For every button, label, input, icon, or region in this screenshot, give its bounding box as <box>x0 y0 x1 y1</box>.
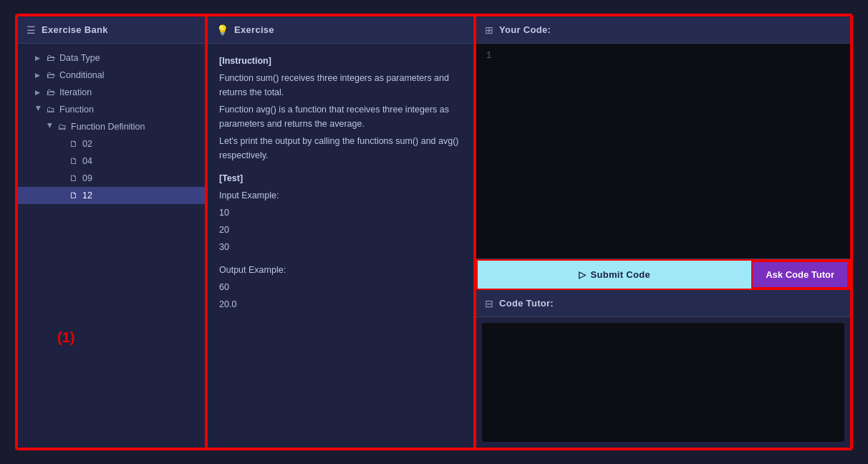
output-value-1: 60 <box>219 280 462 294</box>
code-tutor-content <box>482 323 844 442</box>
sidebar-item-label-02: 02 <box>82 139 92 149</box>
sidebar-item-label-conditional: Conditional <box>59 70 105 80</box>
folder-icon-iteration: 🗁 <box>47 87 55 97</box>
right-panel: ⊞ Your Code: 1 ▷ Submit Code Ask Code Tu… <box>475 15 852 449</box>
arrow-icon-conditional: ▶ <box>35 72 42 79</box>
file-icon-02: 🗋 <box>69 139 78 149</box>
your-code-header: ⊞ Your Code: <box>476 16 850 44</box>
sidebar-item-label-09: 09 <box>82 173 92 183</box>
exercise-content: [Instruction] Function sum() receives th… <box>208 44 473 448</box>
folder-open-icon-function: 🗂 <box>47 105 55 115</box>
app-container: ☰ Exercise Bank ▶ 🗁 Data Type ▶ 🗁 Condit… <box>15 14 853 450</box>
sidebar-item-iteration[interactable]: ▶ 🗁 Iteration <box>18 84 205 101</box>
sidebar-item-04[interactable]: ▶ 🗋 04 <box>18 153 205 170</box>
input-value-2: 20 <box>219 223 462 237</box>
exercise-icon: 💡 <box>216 24 228 36</box>
sidebar-item-data-type[interactable]: ▶ 🗁 Data Type <box>18 49 205 67</box>
sidebar-item-conditional[interactable]: ▶ 🗁 Conditional <box>18 67 205 84</box>
test-label: [Test] <box>219 171 462 185</box>
file-icon-09: 🗋 <box>69 173 78 183</box>
folder-icon-data-type: 🗁 <box>47 53 55 63</box>
sidebar-item-function[interactable]: ▶ 🗂 Function <box>18 101 205 118</box>
sidebar-item-02[interactable]: ▶ 🗋 02 <box>18 135 205 153</box>
arrow-icon-data-type: ▶ <box>35 54 42 62</box>
exercise-title: Exercise <box>234 24 274 35</box>
list-icon: ☰ <box>26 24 36 36</box>
sidebar-item-label-data-type: Data Type <box>59 53 100 63</box>
instruction-line-3: Let's print the output by calling the fu… <box>219 134 462 163</box>
your-code-title: Your Code: <box>499 24 551 35</box>
code-tutor-title: Code Tutor: <box>499 298 554 309</box>
sidebar-item-label-12: 12 <box>82 190 92 200</box>
exercise-header: 💡 Exercise <box>208 16 473 44</box>
exercise-bank-panel: ☰ Exercise Bank ▶ 🗁 Data Type ▶ 🗁 Condit… <box>16 15 206 449</box>
your-code-panel: ⊞ Your Code: 1 <box>476 16 850 259</box>
sidebar-item-label-function: Function <box>59 105 94 115</box>
code-header-icon: ⊞ <box>485 24 493 36</box>
instruction-line-1: Function sum() receives three integers a… <box>219 71 462 100</box>
tutor-icon: ⊟ <box>485 298 493 309</box>
folder-open-icon-function-definition: 🗂 <box>58 122 67 132</box>
submit-icon: ▷ <box>579 269 586 280</box>
submit-code-button[interactable]: ▷ Submit Code <box>478 261 751 289</box>
code-tutor-header: ⊟ Code Tutor: <box>476 290 850 317</box>
exercise-tree: ▶ 🗁 Data Type ▶ 🗁 Conditional ▶ 🗁 Iterat… <box>18 44 205 448</box>
file-icon-04: 🗋 <box>69 156 78 166</box>
line-number-1: 1 <box>486 51 491 61</box>
input-value-1: 10 <box>219 206 462 220</box>
exercise-bank-header: ☰ Exercise Bank <box>18 16 205 44</box>
ask-code-tutor-button[interactable]: Ask Code Tutor <box>751 261 849 289</box>
file-icon-12: 🗋 <box>69 190 78 200</box>
code-tutor-panel: ⊟ Code Tutor: <box>476 290 850 448</box>
code-line-1: 1 <box>486 51 840 61</box>
code-editor[interactable]: 1 <box>476 44 850 258</box>
instruction-label: [Instruction] <box>219 54 462 68</box>
instruction-line-2: Function avg() is a function that receiv… <box>219 102 462 131</box>
arrow-icon-iteration: ▶ <box>35 89 42 96</box>
exercise-panel: 💡 Exercise [Instruction] Function sum() … <box>206 15 475 449</box>
arrow-icon-function: ▶ <box>35 106 42 113</box>
sidebar-item-label-function-definition: Function Definition <box>71 122 145 132</box>
folder-icon-conditional: 🗁 <box>47 70 55 80</box>
action-row: ▷ Submit Code Ask Code Tutor <box>476 259 850 290</box>
sidebar-item-12[interactable]: ▶ 🗋 12 <box>18 187 205 204</box>
input-example-label: Input Example: <box>219 188 462 203</box>
input-value-3: 30 <box>219 240 462 254</box>
output-value-2: 20.0 <box>219 297 462 311</box>
sidebar-item-09[interactable]: ▶ 🗋 09 <box>18 170 205 187</box>
sidebar-item-label-iteration: Iteration <box>59 87 92 97</box>
sidebar-item-label-04: 04 <box>82 156 92 166</box>
sidebar-item-function-definition[interactable]: ▶ 🗂 Function Definition <box>18 118 205 135</box>
arrow-icon-function-definition: ▶ <box>47 123 54 130</box>
exercise-bank-title: Exercise Bank <box>42 24 108 35</box>
output-example-label: Output Example: <box>219 263 462 277</box>
submit-label: Submit Code <box>591 269 650 280</box>
